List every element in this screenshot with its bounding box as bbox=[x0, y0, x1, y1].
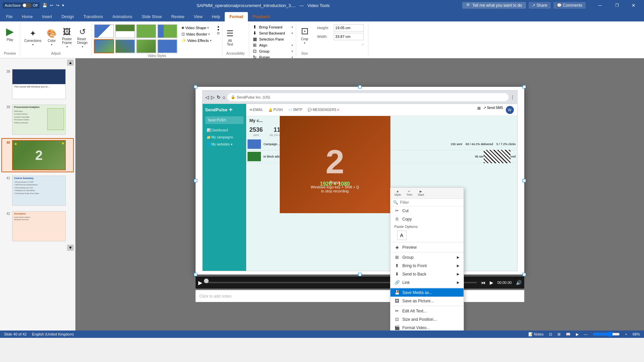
handle-tm[interactable] bbox=[358, 85, 362, 88]
paste-icon-a[interactable]: A bbox=[397, 231, 407, 240]
notes-btn[interactable]: 📝 Notes bbox=[528, 332, 544, 337]
handle-mr[interactable] bbox=[523, 179, 526, 182]
slide-sorter-icon[interactable]: ⊞ bbox=[557, 332, 560, 337]
style-7[interactable] bbox=[136, 39, 156, 53]
selection-pane-button[interactable]: ▦ Selection Pane bbox=[252, 36, 293, 42]
play-pause-icon[interactable]: ▶ bbox=[490, 280, 493, 285]
sidebar-dashboard[interactable]: 📊 Dashboard bbox=[205, 127, 244, 134]
email-tab[interactable]: ✉ EMAIL bbox=[250, 108, 263, 112]
slide-panel[interactable]: ▲ 38 Agenda This course will introduce y… bbox=[0, 58, 75, 330]
ctx-save-picture[interactable]: 🖼 Save as Picture... bbox=[390, 297, 464, 305]
slide-thumb-41[interactable]: 41 Course Summary • Procurement in SAP •… bbox=[1, 174, 74, 208]
tab-home[interactable]: Home bbox=[17, 12, 37, 21]
alt-text-button[interactable]: ☰ AltText bbox=[224, 27, 236, 48]
style-2[interactable] bbox=[115, 24, 135, 38]
zoom-slider[interactable] bbox=[593, 331, 620, 337]
share-button[interactable]: ↗ Share bbox=[529, 2, 550, 9]
search-bar[interactable]: 🔍 Tell me what you want to do bbox=[462, 2, 526, 9]
corrections-button[interactable]: ✦ Corrections ▾ bbox=[22, 27, 43, 48]
undo-icon[interactable]: ↩ bbox=[50, 3, 53, 8]
volume-icon[interactable]: 🔊 bbox=[516, 280, 522, 285]
reset-design-button[interactable]: ↺ ResetDesign ▾ bbox=[75, 26, 90, 50]
size-dialog-launcher[interactable]: ↗ bbox=[317, 43, 364, 46]
handle-bl[interactable] bbox=[194, 273, 197, 276]
ctx-group[interactable]: ⊞ Group ▶ bbox=[390, 253, 464, 261]
save-icon[interactable]: 💾 bbox=[42, 3, 47, 8]
ctx-save-media[interactable]: 💾 Save Media as... bbox=[390, 288, 464, 297]
tab-playback[interactable]: Playback bbox=[248, 12, 275, 21]
style-4[interactable] bbox=[157, 24, 177, 38]
ctx-start-button[interactable]: ▶ Start bbox=[416, 189, 425, 197]
tab-format[interactable]: Format bbox=[225, 12, 248, 21]
play-video-icon[interactable]: ▶ bbox=[198, 280, 202, 286]
video-box[interactable]: 2 644 × 362 Press Windows logo key + S… bbox=[280, 116, 390, 213]
send-backward-button[interactable]: ⬇ Send Backward ▾ bbox=[252, 30, 293, 36]
refresh-icon[interactable]: ↻ bbox=[217, 95, 221, 100]
forward-icon[interactable]: ▷ bbox=[211, 95, 215, 100]
home-icon[interactable]: ⌂ bbox=[223, 95, 225, 100]
ctx-cut[interactable]: ✂ Cut bbox=[390, 206, 464, 215]
align-button[interactable]: ⊞ Align ▾ bbox=[252, 42, 293, 48]
group-button[interactable]: ⊡ Group ▾ bbox=[252, 48, 293, 54]
slide-thumb-39[interactable]: 39 Procurement Analytics PPM itemContact… bbox=[1, 103, 74, 137]
ctx-edit-alt-text[interactable]: ✏ Edit Alt Text... bbox=[390, 307, 464, 315]
minimize-button[interactable]: ─ bbox=[592, 0, 608, 11]
width-input[interactable] bbox=[334, 33, 364, 40]
tab-help[interactable]: Help bbox=[207, 12, 225, 21]
normal-view-icon[interactable]: ⊡ bbox=[549, 332, 552, 337]
poster-frame-button[interactable]: 🖼 PosterFrame ▾ bbox=[60, 26, 74, 50]
tab-slide-show[interactable]: Slide Show bbox=[137, 12, 166, 21]
playback-thumb[interactable] bbox=[204, 279, 209, 283]
ctx-trim-button[interactable]: ✂ Trim bbox=[405, 189, 414, 197]
slide-thumb-40[interactable]: 40 2 ★ bbox=[1, 138, 74, 172]
tab-review[interactable]: Review bbox=[166, 12, 189, 21]
rewind-icon[interactable]: ⏮ bbox=[481, 280, 486, 285]
autosave-switch[interactable] bbox=[22, 3, 32, 8]
ctx-send-to-back[interactable]: ⬇ Send to Back ▶ bbox=[390, 270, 464, 278]
slide-thumb-42[interactable]: 42 Disclaimer Lorem ipsum content...disc… bbox=[1, 209, 74, 243]
tab-design[interactable]: Design bbox=[57, 12, 78, 21]
scroll-down-button[interactable]: ▼ bbox=[67, 245, 74, 251]
ctx-format-video[interactable]: 🎬 Format Video... bbox=[390, 323, 464, 330]
slideshow-view-icon[interactable]: ▶ bbox=[576, 332, 579, 337]
send-push-button[interactable]: Send PUSH bbox=[205, 116, 244, 124]
handle-tr[interactable] bbox=[523, 85, 526, 88]
ctx-bring-to-front[interactable]: ⬆ Bring to Front ▶ bbox=[390, 261, 464, 270]
ctx-link[interactable]: 🔗 Link ▶ bbox=[390, 278, 464, 287]
zoom-out-icon[interactable]: — bbox=[584, 332, 588, 336]
style-8[interactable] bbox=[157, 39, 177, 53]
handle-bm[interactable] bbox=[358, 273, 362, 276]
reading-view-icon[interactable]: 📖 bbox=[566, 332, 571, 337]
style-5[interactable] bbox=[94, 39, 114, 53]
autosave-toggle[interactable]: AutoSave Off bbox=[3, 2, 40, 8]
tab-animations[interactable]: Animations bbox=[108, 12, 137, 21]
grid-icon[interactable]: ⊞ bbox=[477, 106, 481, 114]
ctx-copy[interactable]: ⎘ Copy bbox=[390, 215, 464, 223]
play-button[interactable]: ▶ Play bbox=[4, 24, 16, 43]
redo-icon[interactable]: ↪ bbox=[56, 3, 59, 8]
video-effects-button[interactable]: ✨ Video Effects ▾ bbox=[179, 38, 213, 43]
zoom-in-icon[interactable]: + bbox=[625, 332, 627, 336]
slide-canvas[interactable]: ◁ ▷ ↻ ⌂ 🔒 SendPulse Inc. (US) ⋮ Se bbox=[196, 87, 524, 275]
close-button[interactable]: ✕ bbox=[626, 0, 641, 11]
crop-button[interactable]: ⊡ Crop ▾ bbox=[299, 24, 311, 46]
context-menu[interactable]: ◈ Style ✂ Trim ▶ Start 🔍 bbox=[390, 187, 464, 330]
scroll-up-button[interactable]: ▲ bbox=[67, 60, 74, 66]
tab-insert[interactable]: Insert bbox=[37, 12, 57, 21]
style-1[interactable] bbox=[94, 24, 114, 38]
ctx-preview[interactable]: ◈ Preview bbox=[390, 243, 464, 251]
style-3[interactable] bbox=[136, 24, 156, 38]
ctx-filter-input[interactable] bbox=[400, 200, 461, 205]
bring-forward-button[interactable]: ⬆ Bring Forward ▾ bbox=[252, 24, 293, 30]
tab-view[interactable]: View bbox=[189, 12, 207, 21]
restore-button[interactable]: ❐ bbox=[609, 0, 625, 11]
tab-file[interactable]: File bbox=[1, 12, 17, 21]
quick-access-more-icon[interactable]: ▾ bbox=[62, 3, 64, 8]
notes-placeholder[interactable]: Click to add notes bbox=[200, 294, 231, 299]
ctx-size-position[interactable]: ⊡ Size and Position... bbox=[390, 315, 464, 323]
style-6[interactable] bbox=[115, 39, 135, 53]
sidebar-campaigns[interactable]: 📁 My campaigns bbox=[205, 134, 244, 141]
handle-ml[interactable] bbox=[194, 179, 197, 182]
handle-tl[interactable] bbox=[194, 85, 197, 88]
smtp-tab[interactable]: 📨 SMTP bbox=[288, 108, 303, 112]
